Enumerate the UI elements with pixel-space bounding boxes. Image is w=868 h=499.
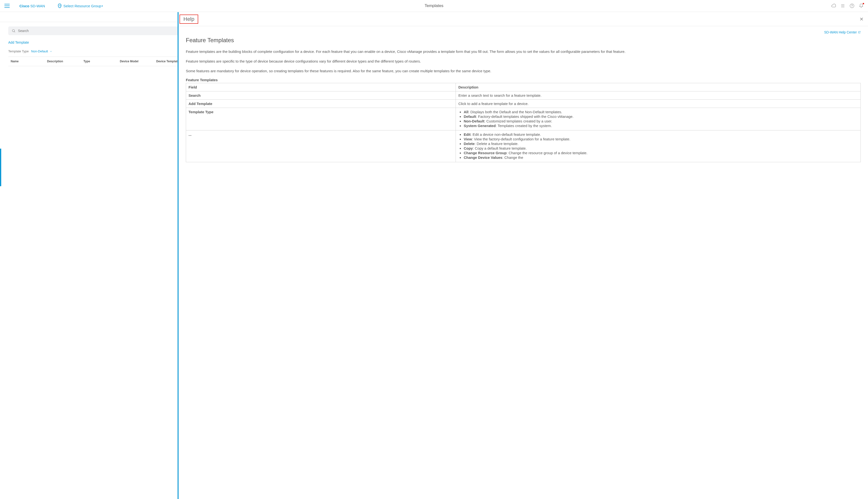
help-panel: Help ✕ SD-WAN Help Center Feature Templa… xyxy=(178,12,868,499)
template-type-label: Template Type xyxy=(8,49,29,53)
brand-label: Cisco SD-WAN xyxy=(20,4,45,8)
resource-group-label: Select Resource Group xyxy=(63,4,101,8)
close-icon[interactable]: ✕ xyxy=(859,16,864,22)
list-item: System Generated: Templates created by t… xyxy=(463,124,858,128)
help-table-caption: Feature Templates xyxy=(186,78,861,82)
help-title: Help xyxy=(180,14,198,24)
col-device-model[interactable]: Device Model xyxy=(118,57,154,66)
pin-icon xyxy=(58,4,61,8)
help-field-search: Search xyxy=(189,93,201,97)
svg-point-4 xyxy=(852,7,852,7)
top-bar: Cisco SD-WAN Select Resource Group ▾ Tem… xyxy=(0,0,868,12)
col-type[interactable]: Type xyxy=(81,57,118,66)
help-header: Help ✕ xyxy=(179,12,868,26)
help-field-actions: ... xyxy=(189,132,192,136)
list-item: Change Resource Group: Change the resour… xyxy=(463,151,858,155)
help-heading: Feature Templates xyxy=(186,37,861,44)
search-icon xyxy=(12,29,15,33)
list-item: Default: Factory-default templates shipp… xyxy=(463,114,858,119)
help-field-add: Add Template xyxy=(189,101,212,106)
resource-group-selector[interactable]: Select Resource Group ▾ xyxy=(58,4,103,8)
notifications-bell-icon[interactable] xyxy=(859,3,864,8)
list-item: Edit: Edit a device non-default feature … xyxy=(463,132,858,136)
list-item: Delete: Delete a feature template. xyxy=(463,142,858,146)
svg-line-6 xyxy=(14,32,15,32)
help-desc-search: Enter a search text to search for a feat… xyxy=(456,92,861,100)
caret-down-icon: ▾ xyxy=(102,4,103,7)
list-item: Change Device Values: Change the xyxy=(463,155,858,160)
help-field-template-type: Template Type xyxy=(189,110,214,114)
help-paragraph: Feature templates are the building block… xyxy=(186,49,861,54)
cloud-icon[interactable] xyxy=(831,3,836,8)
hamburger-menu-icon[interactable] xyxy=(4,4,10,8)
help-actions-list: Edit: Edit a device non-default feature … xyxy=(458,132,858,160)
list-item: View: View the factory-default configura… xyxy=(463,137,858,141)
topbar-right xyxy=(831,3,864,8)
external-link-icon xyxy=(858,31,861,34)
template-type-dropdown[interactable]: Non-Default xyxy=(31,49,52,53)
help-paragraph: Feature templates are specific to the ty… xyxy=(186,59,861,64)
svg-point-5 xyxy=(12,29,14,32)
task-list-icon[interactable] xyxy=(840,3,845,8)
notification-dot-icon xyxy=(863,3,864,4)
list-item: Copy: Copy a default feature template. xyxy=(463,146,858,150)
help-icon[interactable] xyxy=(849,3,854,8)
help-th-field: Field xyxy=(186,83,456,92)
help-table: Field Description Search Enter a search … xyxy=(186,83,861,162)
list-item: Non-Default: Customized templates create… xyxy=(463,119,858,123)
help-center-link[interactable]: SD-WAN Help Center xyxy=(824,30,861,34)
help-th-description: Description xyxy=(456,83,861,92)
col-description[interactable]: Description xyxy=(45,57,81,66)
help-template-type-list: All: Displays both the Default and the N… xyxy=(458,110,858,128)
help-desc-add: Click to add a feature template for a de… xyxy=(456,100,861,108)
list-item: All: Displays both the Default and the N… xyxy=(463,110,858,114)
add-template-link[interactable]: Add Template xyxy=(8,40,29,44)
left-edge-indicator xyxy=(0,149,1,186)
help-paragraph: Some features are mandatory for device o… xyxy=(186,69,861,74)
help-body: SD-WAN Help Center Feature Templates Fea… xyxy=(179,26,868,499)
page-title: Templates xyxy=(424,3,443,8)
col-name[interactable]: Name xyxy=(8,57,45,66)
chevron-down-icon xyxy=(49,50,52,53)
